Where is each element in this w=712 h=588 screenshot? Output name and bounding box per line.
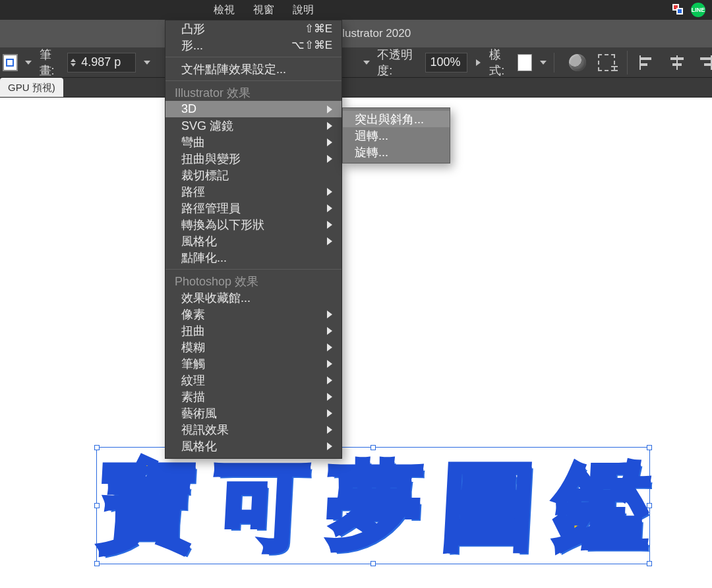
mac-menubar: 檢視 視窗 說明 LINE	[0, 0, 712, 20]
tray-line-icon[interactable]: LINE	[691, 3, 705, 17]
menu-item-crop-marks[interactable]: 裁切標記	[165, 167, 341, 183]
document-tabstrip: GPU 預視)	[0, 78, 712, 98]
align-hcenter-icon[interactable]	[669, 55, 682, 70]
submenu-item-label: 迴轉...	[355, 128, 388, 144]
menu-item-label: 文件點陣效果設定...	[181, 61, 286, 77]
menu-item-label: SVG 濾鏡	[181, 118, 233, 134]
submenu-arrow-icon	[327, 310, 332, 318]
fill-swatch[interactable]	[3, 54, 18, 71]
submenu-item-rotate[interactable]: 旋轉...	[343, 144, 450, 160]
menu-item-apply-last[interactable]: 凸形 ⇧⌘E	[165, 20, 341, 37]
menu-item-distort-ps[interactable]: 扭曲	[165, 322, 341, 339]
menu-item-label: 路徑	[181, 184, 205, 200]
menu-item-shortcut: ⌥⇧⌘E	[291, 38, 332, 52]
menu-item-label: 裁切標記	[181, 167, 229, 183]
brush-def-dropdown[interactable]	[361, 53, 372, 73]
menu-item-texture[interactable]: 紋理	[165, 372, 341, 388]
stroke-stepper-arrows[interactable]	[68, 59, 78, 67]
fill-swatch-dropdown[interactable]	[23, 53, 34, 73]
menu-item-brush-strokes[interactable]: 筆觸	[165, 355, 341, 372]
submenu-arrow-icon	[327, 376, 332, 384]
menu-item-label: 扭曲	[181, 323, 205, 339]
menu-item-blur[interactable]: 模糊	[165, 339, 341, 355]
menu-window[interactable]: 視窗	[244, 0, 283, 20]
menu-item-label: 筆觸	[181, 356, 205, 372]
submenu-item-revolve[interactable]: 迴轉...	[343, 127, 450, 144]
menu-help[interactable]: 說明	[283, 0, 323, 20]
submenu-arrow-icon	[327, 204, 332, 212]
stroke-label: 筆畫:	[40, 47, 63, 78]
menu-item-label: 像素	[181, 307, 205, 322]
menu-item-label: 3D	[181, 102, 196, 116]
menu-item-3d[interactable]: 3D	[165, 101, 341, 117]
menu-item-svg-filters[interactable]: SVG 濾鏡	[165, 117, 341, 134]
menu-item-artistic[interactable]: 藝術風	[165, 405, 341, 421]
submenu-item-label: 旋轉...	[355, 144, 388, 160]
menu-item-label: 彎曲	[181, 134, 205, 150]
submenu-arrow-icon	[327, 393, 332, 401]
glyph-0: 寶	[98, 459, 193, 552]
menu-item-effect-gallery[interactable]: 效果收藏館...	[165, 289, 341, 306]
menu-item-label: 扭曲與變形	[181, 151, 241, 167]
menu-item-sketch[interactable]: 素描	[165, 388, 341, 405]
menu-item-label: 路徑管理員	[181, 200, 241, 216]
menu-separator	[165, 269, 341, 270]
menu-item-label: 素描	[181, 389, 205, 405]
menu-item-label: 視訊效果	[181, 422, 229, 438]
graphic-style-swatch[interactable]	[518, 54, 532, 71]
submenu-arrow-icon	[327, 327, 332, 335]
menu-item-last-effect[interactable]: 形... ⌥⇧⌘E	[165, 37, 341, 53]
submenu-arrow-icon	[327, 426, 332, 434]
glyph-1: 可	[212, 459, 307, 552]
tray-windows-icon[interactable]	[672, 4, 684, 16]
menu-item-doc-raster-settings[interactable]: 文件點陣效果設定...	[165, 61, 341, 77]
style-label: 樣式:	[489, 47, 512, 78]
menu-separator	[165, 80, 341, 81]
submenu-arrow-icon	[327, 138, 332, 146]
menu-item-path[interactable]: 路徑	[165, 183, 341, 200]
canvas-text-art[interactable]: 寶 可 夢 圖 鑑	[97, 448, 649, 564]
menu-item-stylize-ai[interactable]: 風格化	[165, 233, 341, 249]
menu-item-pixelate[interactable]: 像素	[165, 306, 341, 322]
stroke-weight-dropdown[interactable]	[141, 53, 152, 73]
isolate-group-icon[interactable]	[598, 54, 615, 71]
menu-item-pathfinder[interactable]: 路徑管理員	[165, 200, 341, 216]
align-left-icon[interactable]	[639, 55, 653, 70]
opacity-label: 不透明度:	[377, 47, 420, 78]
menu-item-rasterize[interactable]: 點陣化...	[165, 249, 341, 266]
document-tab-active[interactable]: GPU 預視)	[0, 78, 63, 97]
submenu-arrow-icon	[327, 155, 332, 163]
submenu-item-extrude-bevel[interactable]: 突出與斜角...	[343, 111, 450, 127]
menu-item-distort-transform[interactable]: 扭曲與變形	[165, 150, 341, 167]
menu-item-label: 藝術風	[181, 405, 217, 421]
menu-item-warp[interactable]: 彎曲	[165, 134, 341, 150]
opacity-input[interactable]	[425, 53, 467, 73]
submenu-arrow-icon	[327, 237, 332, 245]
stroke-weight-input[interactable]	[78, 55, 135, 69]
submenu-arrow-icon	[327, 122, 332, 130]
recolor-artwork-icon[interactable]	[569, 54, 586, 71]
graphic-style-dropdown[interactable]	[537, 53, 549, 73]
menu-item-label: 點陣化...	[181, 250, 227, 266]
submenu-arrow-icon	[327, 221, 332, 229]
menu-view[interactable]: 檢視	[204, 0, 244, 20]
stroke-weight-stepper[interactable]	[67, 53, 136, 73]
menu-item-stylize-ps[interactable]: 風格化	[165, 438, 341, 454]
menu-item-label: 紋理	[181, 372, 205, 388]
opacity-dropdown[interactable]	[473, 53, 484, 73]
submenu-arrow-icon	[327, 105, 332, 113]
selection-bounds[interactable]: 寶 可 夢 圖 鑑	[96, 447, 650, 564]
glyph-4: 鑑	[553, 459, 647, 552]
menu-section-photoshop: Photoshop 效果	[165, 273, 341, 289]
menu-item-label: 凸形	[181, 21, 205, 37]
menubar-left-occluded	[0, 0, 204, 20]
menu-item-convert-to-shape[interactable]: 轉換為以下形狀	[165, 216, 341, 233]
submenu-arrow-icon	[327, 343, 332, 351]
glyph-2: 夢	[326, 459, 420, 552]
menu-item-label: 形...	[181, 38, 203, 53]
menu-item-video[interactable]: 視訊效果	[165, 421, 341, 438]
options-bar: 筆畫: 不透明度: 樣式:	[0, 47, 712, 78]
app-titlebar: Adobe Illustrator 2020	[0, 20, 712, 47]
align-right-icon[interactable]	[699, 55, 712, 70]
submenu-arrow-icon	[327, 442, 332, 450]
